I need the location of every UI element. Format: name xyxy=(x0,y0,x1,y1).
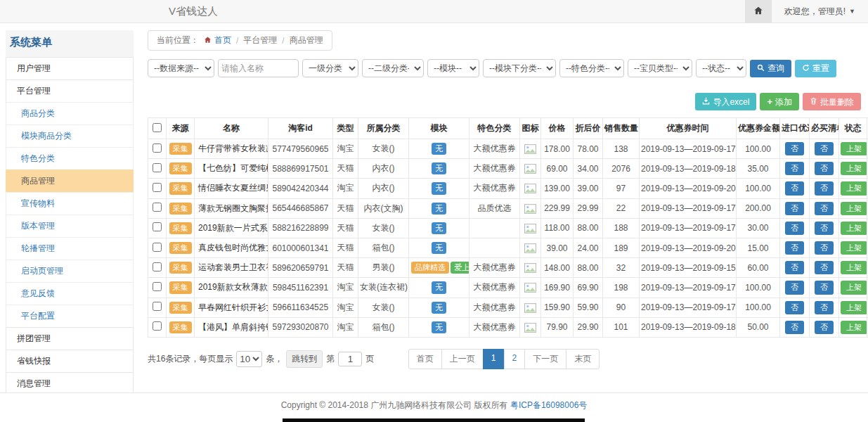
import-select-cell: 否 xyxy=(780,278,810,298)
status-button[interactable]: 上架 xyxy=(841,162,867,175)
must-buy-toggle[interactable]: 否 xyxy=(815,202,834,215)
module-select[interactable]: --模块-- xyxy=(427,59,479,77)
name-input[interactable] xyxy=(218,59,299,77)
sidebar-item[interactable]: 模块商品分类 xyxy=(6,124,134,148)
page-button[interactable]: 首页 xyxy=(408,349,442,369)
jump-button[interactable]: 跳转到 xyxy=(286,350,323,368)
status-cell: 上架 xyxy=(839,278,867,298)
source-badge: 采集 xyxy=(169,262,192,274)
sidebar-item[interactable]: 启动页管理 xyxy=(6,260,134,283)
import-select-toggle[interactable]: 否 xyxy=(785,142,804,155)
must-buy-toggle[interactable]: 否 xyxy=(815,142,834,155)
row-checkbox[interactable] xyxy=(153,183,162,192)
must-buy-toggle[interactable]: 否 xyxy=(815,222,834,235)
row-checkbox[interactable] xyxy=(153,163,162,172)
page-button[interactable]: 2 xyxy=(504,349,526,369)
import-select-toggle[interactable]: 否 xyxy=(785,241,804,255)
user-menu[interactable]: 欢迎您，管理员! ▼ xyxy=(772,6,868,18)
import-select-toggle[interactable]: 否 xyxy=(785,301,804,314)
import-select-toggle[interactable]: 否 xyxy=(785,222,804,235)
sidebar-item[interactable]: 拼团管理 xyxy=(6,327,134,350)
import-select-toggle[interactable]: 否 xyxy=(785,181,804,195)
import-select-toggle[interactable]: 否 xyxy=(785,162,804,175)
row-checkbox[interactable] xyxy=(153,203,162,212)
reset-button-label: 重置 xyxy=(812,64,829,72)
sidebar-item[interactable]: 商品分类 xyxy=(6,102,134,125)
import-select-toggle[interactable]: 否 xyxy=(785,281,804,294)
column-header: 优惠券金额 xyxy=(737,118,780,139)
import-excel-button[interactable]: 导入excel xyxy=(695,93,756,110)
feature-category-select[interactable]: --特色分类-- xyxy=(559,59,624,77)
column-header: 优惠券时间 xyxy=(640,118,737,139)
must-buy-toggle[interactable]: 否 xyxy=(815,321,834,334)
sidebar-item[interactable]: 意见反馈 xyxy=(6,282,134,305)
product-image-icon xyxy=(524,184,536,193)
status-button[interactable]: 上架 xyxy=(841,142,867,155)
must-buy-toggle[interactable]: 否 xyxy=(815,162,834,175)
must-buy-toggle[interactable]: 否 xyxy=(815,301,834,314)
status-select[interactable]: --状态-- xyxy=(696,59,746,77)
status-button[interactable]: 上架 xyxy=(841,321,867,334)
status-button[interactable]: 上架 xyxy=(841,202,867,215)
data-source-select[interactable]: --数据来源-- xyxy=(148,59,214,77)
module-sub-category-select[interactable]: --模块下分类-- xyxy=(483,59,556,77)
reset-button[interactable]: 重置 xyxy=(795,60,836,77)
status-button[interactable]: 上架 xyxy=(841,301,867,314)
page-button[interactable]: 下一页 xyxy=(524,349,566,369)
status-button[interactable]: 上架 xyxy=(841,261,867,274)
row-checkbox[interactable] xyxy=(153,222,162,231)
breadcrumb-home-link[interactable]: 首页 xyxy=(204,34,231,46)
status-button[interactable]: 上架 xyxy=(841,281,867,294)
must-buy-toggle[interactable]: 否 xyxy=(815,181,834,195)
page-button[interactable]: 上一页 xyxy=(441,349,484,369)
row-checkbox[interactable] xyxy=(153,282,162,291)
module-badge: 无 xyxy=(432,143,446,155)
source-badge: 采集 xyxy=(169,162,192,174)
sidebar-item[interactable]: 商品管理 xyxy=(6,170,134,193)
per-page-select[interactable]: 10 xyxy=(236,351,262,367)
table-row: 采集2019新款一片式系...588216228899天猫女装()无118.00… xyxy=(148,218,868,238)
page-button[interactable]: 1 xyxy=(483,349,505,369)
sidebar-item[interactable]: 特色分类 xyxy=(6,147,134,170)
level1-category-select[interactable]: 一级分类 xyxy=(302,59,358,77)
status-button[interactable]: 上架 xyxy=(841,241,867,255)
product-name: 【七色纺】可爱纯棉家... xyxy=(195,159,268,179)
product-image-cell xyxy=(520,298,541,317)
sidebar-item[interactable]: 宣传物料 xyxy=(6,192,134,215)
product-category: 箱包() xyxy=(358,238,409,257)
batch-delete-button[interactable]: 批量删除 xyxy=(803,93,861,110)
sidebar-item[interactable]: 轮播管理 xyxy=(6,237,134,260)
breadcrumb-home-label: 首页 xyxy=(214,34,231,46)
must-buy-toggle[interactable]: 否 xyxy=(815,261,834,274)
add-button[interactable]: + 添加 xyxy=(760,93,799,110)
sidebar-item[interactable]: 版本管理 xyxy=(6,215,134,238)
product-image-cell xyxy=(520,258,541,278)
sidebar-item[interactable]: 用户管理 xyxy=(6,57,134,80)
select-all-checkbox[interactable] xyxy=(153,123,162,132)
icp-link[interactable]: 粤ICP备16098006号 xyxy=(510,400,587,410)
item-type-select[interactable]: --宝贝类型-- xyxy=(628,59,692,77)
sidebar-item[interactable]: 平台配置 xyxy=(6,305,134,328)
home-button[interactable] xyxy=(745,0,772,23)
table-row: 采集情侣睡衣女夏丝绸男士...589042420344淘宝内衣()无大额优惠券1… xyxy=(148,179,868,198)
row-checkbox[interactable] xyxy=(153,243,162,252)
import-select-toggle[interactable]: 否 xyxy=(785,261,804,274)
page-button[interactable]: 末页 xyxy=(566,349,600,369)
level2-category-select[interactable]: --二级分类-- xyxy=(362,59,424,77)
status-button[interactable]: 上架 xyxy=(841,181,867,195)
sidebar-item[interactable]: 平台管理 xyxy=(6,79,134,103)
must-buy-toggle[interactable]: 否 xyxy=(815,241,834,255)
row-checkbox[interactable] xyxy=(153,302,162,311)
import-select-toggle[interactable]: 否 xyxy=(785,202,804,215)
row-checkbox[interactable] xyxy=(153,262,162,271)
row-checkbox[interactable] xyxy=(153,143,162,153)
row-checkbox[interactable] xyxy=(153,321,162,331)
status-button[interactable]: 上架 xyxy=(841,222,867,235)
table-row: 采集运动套装男士卫衣初秋...589620659791天猫男装()品牌精选爱上运… xyxy=(148,258,868,278)
import-select-toggle[interactable]: 否 xyxy=(785,321,804,334)
must-buy-toggle[interactable]: 否 xyxy=(815,281,834,294)
module-cell: 无 xyxy=(409,298,469,317)
search-button[interactable]: 查询 xyxy=(750,60,791,77)
sidebar-item[interactable]: 省钱快报 xyxy=(6,350,134,373)
jump-page-input[interactable] xyxy=(338,352,362,366)
